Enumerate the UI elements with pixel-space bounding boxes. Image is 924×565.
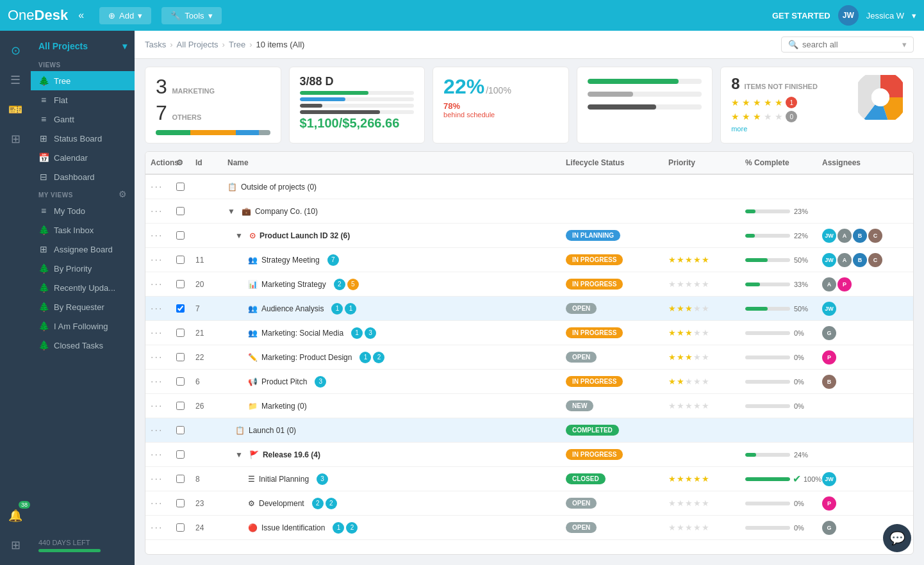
by-priority-icon: 🌲 [38,263,49,274]
my-views-section-label: MY VIEWS [31,186,81,201]
row-actions[interactable]: ··· [145,179,171,195]
row-check[interactable] [171,277,190,291]
row-check[interactable] [171,496,190,510]
progress-fraction: 3/88 D [300,75,415,88]
row-actions[interactable]: ··· [145,203,171,220]
row-name: 📋 Outside of projects (0) [222,180,561,194]
pie-chart-container [858,75,903,122]
row-actions[interactable]: ··· [145,373,171,390]
table-row: ··· ▼ ⊙ Product Launch ID 32 (6) IN PLAN… [145,224,913,248]
row-check[interactable] [171,521,190,534]
sidebar-item-my-todo[interactable]: ≡ My Todo [31,201,135,220]
row-actions[interactable]: ··· [145,495,171,512]
collapse-nav-button[interactable]: « [78,10,84,21]
tools-button[interactable]: 🔧 Tools ▾ [161,7,221,24]
views-section-label: VIEWS [31,56,135,71]
row-lifecycle [561,184,663,190]
sidebar-item-assignee-board[interactable]: ⊞ Assignee Board [31,240,135,259]
comment-badge: 3 [315,376,326,388]
nav-icon-tasks[interactable]: ⊙ [6,38,26,63]
row-pct: 0% [740,521,817,534]
collapse-icon[interactable]: ▼ [235,231,243,240]
stat-card-projects: 3 MARKETING 7 OTHERS [145,67,281,143]
sidebar-item-by-requester[interactable]: 🌲 By Requester [31,297,135,316]
row-actions[interactable]: ··· [145,398,171,414]
sidebar-item-flat[interactable]: ≡ Flat [31,90,135,110]
row-pct: 22% [740,229,817,242]
all-projects-header[interactable]: All Projects ▾ [31,36,135,56]
nav-icon-board[interactable]: ⊞ [6,127,26,151]
user-chevron-icon: ▾ [912,11,916,20]
col-actions: Actions [145,152,171,174]
row-check[interactable] [171,448,190,461]
sidebar-item-by-priority[interactable]: 🌲 By Priority [31,259,135,278]
row-priority [663,428,740,433]
table-row: ··· ▼ 💼 Company Co. (10) 23% [145,199,913,224]
sidebar-item-calendar[interactable]: 📅 Calendar [31,148,135,167]
main-content: Tasks › All Projects › Tree › 10 items (… [135,31,924,565]
collapse-icon[interactable]: ▼ [227,207,235,216]
row-check[interactable] [171,180,190,193]
collapse-icon[interactable]: ▼ [235,450,243,459]
search-box[interactable]: 🔍 ▾ [781,37,914,53]
sidebar-item-task-inbox[interactable]: 🌲 Task Inbox [31,220,135,240]
search-input[interactable] [802,40,898,49]
add-button[interactable]: ⊕ Add ▾ [99,7,151,24]
row-pct: 0% [740,327,817,340]
more-link[interactable]: more [731,125,850,133]
sidebar: All Projects ▾ VIEWS 🌲 Tree ≡ Flat ≡ Gan… [31,31,135,565]
breadcrumb-all-projects[interactable]: All Projects [177,40,219,49]
row-id: 21 [190,326,222,340]
row-actions[interactable]: ··· [145,471,171,487]
recently-updated-icon: 🌲 [38,282,49,293]
row-priority [663,452,740,457]
sidebar-item-gantt[interactable]: ≡ Gantt [31,110,135,129]
row-actions[interactable]: ··· [145,520,171,536]
row-actions[interactable]: ··· [145,422,171,439]
row-actions[interactable]: ··· [145,300,171,317]
table-row: ··· 26 📁 Marketing (0) NEW ★★★★★ 0% [145,394,913,418]
row-actions[interactable]: ··· [145,349,171,366]
nav-icon-grid[interactable]: ⊞ [6,533,26,557]
row-check[interactable] [171,229,190,242]
comment-badge: 3 [317,473,328,485]
search-chevron-icon: ▾ [902,40,907,49]
chat-button[interactable]: 💬 [883,524,911,552]
data-table: Actions ⚙ Id Name Lifecycle Status Prior… [145,151,914,555]
sidebar-item-tree[interactable]: 🌲 Tree [31,71,135,90]
sidebar-item-dashboard[interactable]: ⊟ Dashboard [31,167,135,186]
get-started-button[interactable]: GET STARTED [772,11,830,20]
row-check[interactable] [171,253,190,266]
row-check[interactable] [171,375,190,388]
row-check[interactable] [171,472,190,486]
row-check[interactable] [171,399,190,413]
avatar: JW [822,302,836,316]
row-check[interactable] [171,204,190,218]
sidebar-item-recently-updated[interactable]: 🌲 Recently Upda... [31,278,135,297]
row-actions[interactable]: ··· [145,276,171,293]
icon-bar: ⊙ ☰ 🎫 ⊞ 🔔 38 ⊞ [0,31,31,565]
breadcrumb-tasks[interactable]: Tasks [145,40,166,49]
sidebar-item-i-am-following[interactable]: 🌲 I Am Following [31,316,135,336]
settings-icon[interactable]: ⚙ [176,158,183,167]
comment-badge: 2 [346,522,358,534]
row-actions[interactable]: ··· [145,227,171,244]
row-pct: 23% [740,205,817,218]
row-actions[interactable]: ··· [145,325,171,341]
row-check[interactable] [171,326,190,340]
row-actions[interactable]: ··· [145,252,171,268]
my-views-settings-icon[interactable]: ⚙ [119,189,127,199]
row-check[interactable] [171,423,190,437]
row-assignees [817,404,913,409]
nav-icon-list[interactable]: ☰ [5,68,26,92]
col-lifecycle: Lifecycle Status [561,152,663,174]
row-check[interactable] [171,350,190,364]
row-actions[interactable]: ··· [145,446,171,463]
avatar: P [822,496,836,511]
avatar: G [822,521,836,535]
sidebar-item-status-board[interactable]: ⊞ Status Board [31,129,135,148]
sidebar-item-closed-tasks[interactable]: 🌲 Closed Tasks [31,336,135,355]
nav-icon-ticket[interactable]: 🎫 [3,97,28,122]
row-check[interactable] [171,302,190,315]
breadcrumb-tree[interactable]: Tree [229,40,245,49]
